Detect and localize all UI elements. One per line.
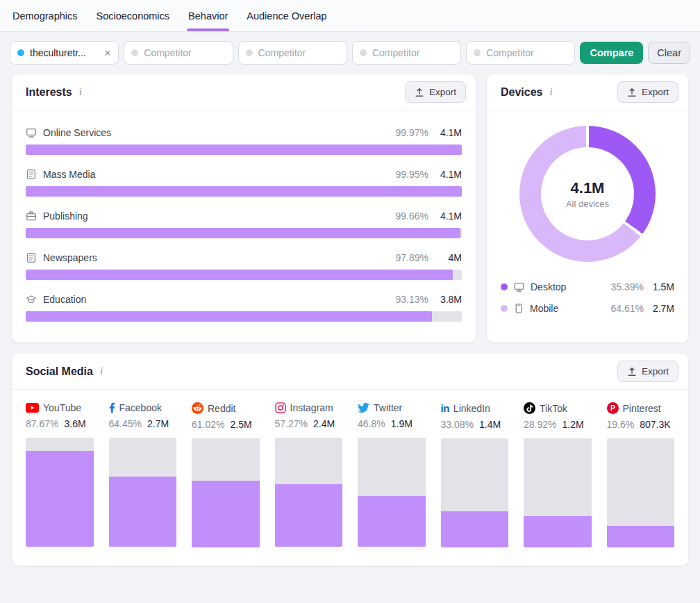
interest-bar-fill[interactable]: [26, 228, 460, 238]
competitor-input[interactable]: Competitor: [466, 41, 575, 65]
interest-row-header: Education 93.13% 3.8M: [26, 294, 462, 305]
clear-button[interactable]: Clear: [648, 42, 690, 64]
platform-audience-value: 3.6M: [64, 418, 85, 429]
export-icon: [627, 367, 637, 377]
interest-row-header: Mass Media 99.95% 4.1M: [26, 169, 462, 180]
interest-row: Education 93.13% 3.8M: [26, 294, 462, 322]
competitor-dot-icon: [360, 49, 367, 56]
tab-audience-overlap[interactable]: Audience Overlap: [247, 0, 326, 31]
platform-bar-fill[interactable]: [26, 451, 94, 547]
platform-audience-value: 1.2M: [562, 419, 583, 430]
platform-label: Twitter: [374, 402, 402, 413]
device-values: 64.61% 2.7M: [611, 303, 674, 314]
platform-bar-fill[interactable]: [275, 484, 343, 547]
devices-export-button[interactable]: Export: [617, 81, 678, 103]
platform-audience-value: 807.3K: [640, 419, 670, 430]
competitor-input[interactable]: Competitor: [352, 41, 461, 65]
info-icon[interactable]: i: [78, 86, 83, 98]
platform-percent: 64.45%: [109, 418, 142, 429]
export-icon: [627, 88, 637, 97]
competitor-placeholder: Competitor: [372, 47, 419, 58]
social-media-export-button[interactable]: Export: [617, 361, 678, 382]
mobile-icon: [513, 303, 524, 314]
platform-stats: 57.27% 2.4M: [275, 418, 343, 429]
legend-dot-icon: [501, 305, 508, 312]
interest-percent: 99.95%: [396, 169, 428, 180]
platform-audience-value: 2.4M: [313, 418, 335, 429]
platform-bar-fill[interactable]: [441, 511, 509, 547]
platform-bar-track: [26, 438, 94, 547]
reddit-icon: [192, 402, 203, 414]
platform-bar-fill[interactable]: [109, 477, 177, 547]
platform-audience-value: 1.9M: [391, 418, 412, 429]
competitor-dot-icon: [474, 49, 481, 56]
platform-bar-track: [192, 438, 260, 547]
platform-stats: 64.45% 2.7M: [109, 418, 177, 429]
competitor-input[interactable]: Competitor: [124, 41, 233, 65]
platform-label: LinkedIn: [453, 403, 490, 414]
platform-label: Pinterest: [623, 403, 661, 414]
info-icon[interactable]: i: [99, 365, 104, 377]
device-audience-value: 1.5M: [651, 281, 674, 292]
interests-export-button[interactable]: Export: [405, 81, 466, 103]
social-platform-column: in LinkedIn 33.08% 1.4M: [441, 402, 509, 547]
platform-bar-fill[interactable]: [524, 516, 592, 547]
compare-button[interactable]: Compare: [580, 42, 643, 64]
social-platform-column: TikTok 28.92% 1.2M: [524, 402, 592, 547]
interest-audience-value: 3.8M: [437, 294, 462, 305]
domain-dot-icon: [17, 49, 24, 56]
news-icon: [26, 252, 37, 263]
interest-row: Newspapers 97.89% 4M: [26, 252, 462, 280]
platform-bar-track: [524, 438, 592, 547]
tab-behavior[interactable]: Behavior: [188, 0, 228, 31]
social-media-body: YouTube 87.67% 3.6M Facebook 64.45% 2.7M: [12, 390, 688, 565]
export-label: Export: [642, 366, 669, 377]
export-label: Export: [429, 87, 456, 97]
remove-domain-icon[interactable]: ✕: [103, 48, 111, 58]
tab-socioeconomics[interactable]: Socioeconomics: [97, 0, 170, 31]
selected-domain-chip[interactable]: theculturetr... ✕: [10, 41, 119, 65]
platform-stats: 87.67% 3.6M: [26, 418, 94, 429]
platform-audience-value: 2.5M: [230, 419, 251, 430]
interest-values: 99.66% 4.1M: [396, 210, 462, 222]
platform-stats: 28.92% 1.2M: [524, 419, 592, 430]
platform-header: Reddit: [192, 402, 260, 414]
platform-label: Facebook: [119, 402, 162, 413]
interest-row: Online Services 99.97% 4.1M: [26, 127, 462, 155]
interest-audience-value: 4M: [437, 252, 462, 263]
platform-header: Twitter: [358, 402, 426, 413]
devices-donut-wrap: 4.1M All devices: [519, 126, 656, 262]
top-cards-row: Interests i Export Online Services 99.97…: [11, 74, 689, 343]
interest-bar-fill[interactable]: [26, 144, 462, 155]
interest-bar-fill[interactable]: [26, 311, 432, 322]
device-legend-row[interactable]: Mobile 64.61% 2.7M: [501, 303, 674, 314]
interests-header: Interests i Export: [12, 74, 476, 110]
interest-audience-value: 4.1M: [437, 210, 462, 222]
interest-bar-fill[interactable]: [26, 270, 453, 280]
devices-card: Devices i Export 4.1M All devices Deskto…: [486, 74, 689, 343]
device-legend-row[interactable]: Desktop 35.39% 1.5M: [501, 281, 674, 292]
device-label: Desktop: [531, 281, 566, 292]
platform-bar-fill[interactable]: [358, 496, 426, 547]
platform-bar-fill[interactable]: [192, 481, 260, 547]
info-icon[interactable]: i: [549, 86, 554, 98]
social-media-columns: YouTube 87.67% 3.6M Facebook 64.45% 2.7M: [26, 402, 674, 547]
social-media-title: Social Media: [26, 365, 93, 378]
platform-stats: 33.08% 1.4M: [441, 419, 509, 430]
platform-bar-fill[interactable]: [607, 526, 675, 547]
competitor-dot-icon: [246, 49, 253, 56]
tab-demographics[interactable]: Demographics: [12, 0, 78, 31]
interest-percent: 99.97%: [396, 127, 428, 138]
social-platform-column: Reddit 61.02% 2.5M: [192, 402, 260, 547]
interest-row-header: Newspapers 97.89% 4M: [26, 252, 462, 263]
interest-label: Online Services: [43, 127, 111, 138]
platform-percent: 19.6%: [607, 419, 635, 430]
social-platform-column: YouTube 87.67% 3.6M: [26, 402, 94, 547]
competitor-placeholder: Competitor: [486, 47, 533, 58]
competitor-input[interactable]: Competitor: [238, 41, 347, 65]
interest-bar-fill[interactable]: [26, 186, 462, 197]
interest-label: Newspapers: [43, 252, 97, 263]
interest-percent: 93.13%: [396, 294, 428, 305]
interest-row: Publishing 99.66% 4.1M: [26, 210, 462, 238]
monitor-icon: [26, 127, 37, 138]
